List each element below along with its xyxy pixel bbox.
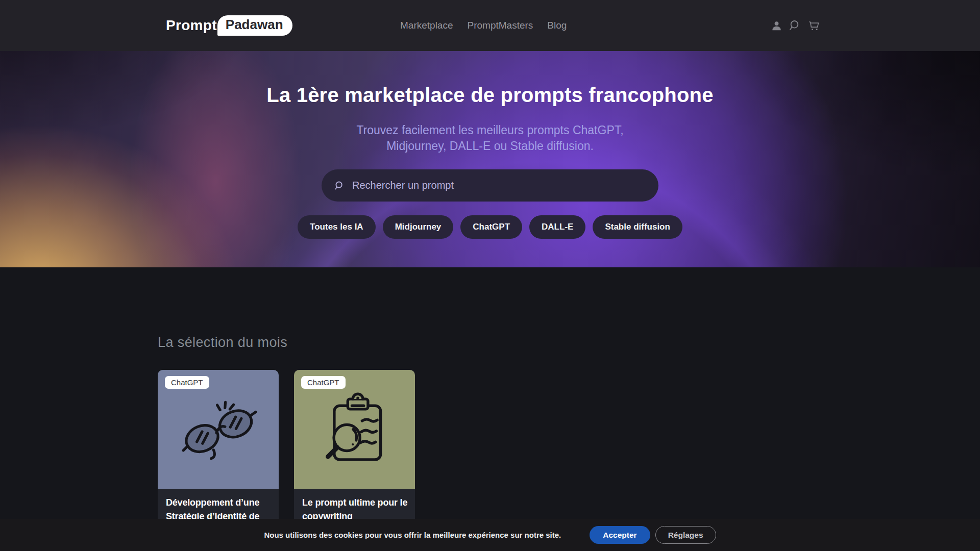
nav-item-blog[interactable]: Blog <box>547 20 567 31</box>
cookie-message: Nous utilisons des cookies pour vous off… <box>264 531 561 539</box>
card-image: ChatGPT <box>158 370 279 489</box>
header-icons <box>771 0 821 51</box>
hero-title: La 1ère marketplace de prompts francopho… <box>0 51 980 107</box>
logo-badge-padawan: Padawan <box>217 15 292 36</box>
filter-chip-midjourney[interactable]: Midjourney <box>383 215 454 239</box>
hero-section: La 1ère marketplace de prompts francopho… <box>0 51 980 267</box>
logo-text-prompt: Prompt <box>166 17 217 34</box>
search-icon <box>334 180 345 191</box>
main-nav: Marketplace PromptMasters Blog <box>400 0 567 51</box>
hero-subtitle-line1: Trouvez facilement les meilleurs prompts… <box>0 122 980 138</box>
search-icon[interactable] <box>788 19 801 32</box>
filter-chip-dall-e[interactable]: DALL-E <box>529 215 585 239</box>
cookie-banner: Nous utilisons des cookies pour vous off… <box>0 519 980 551</box>
section-heading: La sélection du mois <box>158 335 287 350</box>
search-input[interactable] <box>352 180 646 191</box>
prompt-card[interactable]: ChatGPT <box>294 370 415 533</box>
nav-item-promptmasters[interactable]: PromptMasters <box>468 20 533 31</box>
hero-subtitle: Trouvez facilement les meilleurs prompts… <box>0 122 980 154</box>
ai-type-badge: ChatGPT <box>301 376 346 389</box>
cookie-settings-button[interactable]: Réglages <box>655 526 716 544</box>
prompt-search-bar[interactable] <box>322 169 658 202</box>
filter-chip-stable-diffusion[interactable]: Stable diffusion <box>593 215 682 239</box>
accept-cookies-button[interactable]: Accepter <box>590 526 650 544</box>
prompt-card[interactable]: ChatGPT Développement d’une St <box>158 370 279 533</box>
filter-chip-chatgpt[interactable]: ChatGPT <box>460 215 522 239</box>
card-image: ChatGPT <box>294 370 415 489</box>
user-account-icon[interactable] <box>771 20 782 32</box>
nav-item-marketplace[interactable]: Marketplace <box>400 20 453 31</box>
header: Prompt Padawan Marketplace PromptMasters… <box>0 0 980 51</box>
selection-section: La sélection du mois ChatGPT <box>0 267 980 551</box>
ai-filter-chips: Toutes les IA Midjourney ChatGPT DALL-E … <box>0 215 980 239</box>
filter-chip-toutes-les-ia[interactable]: Toutes les IA <box>298 215 376 239</box>
cart-icon[interactable] <box>807 19 821 32</box>
clipboard-magnifier-doodle-illustration <box>312 387 397 471</box>
logo[interactable]: Prompt Padawan <box>166 0 292 51</box>
prompt-cards-row: ChatGPT Développement d’une St <box>158 370 415 533</box>
ai-type-badge: ChatGPT <box>165 376 209 389</box>
hero-subtitle-line2: Midjourney, DALL-E ou Stable diffusion. <box>0 138 980 154</box>
glasses-doodle-illustration <box>178 389 259 470</box>
